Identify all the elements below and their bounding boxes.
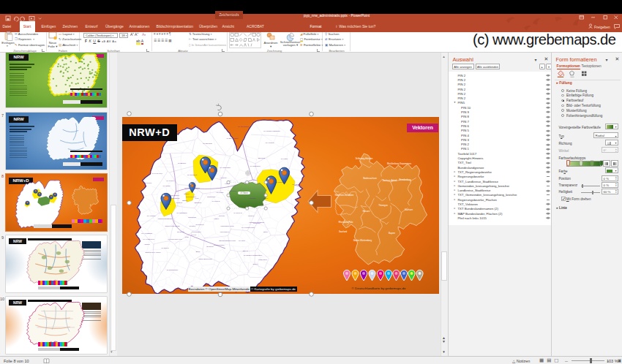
svg-text:Sachsen: Sachsen: [405, 208, 413, 211]
svg-text:Baden-Württemberg: Baden-Württemberg: [353, 239, 372, 242]
svg-text:Thüringen: Thüringen: [378, 204, 388, 207]
svg-text:Hessen: Hessen: [362, 210, 370, 213]
svg-text:Nordrhein-Westfalen: Nordrhein-Westfalen: [334, 194, 353, 197]
svg-text:Saarland: Saarland: [338, 230, 347, 233]
svg-text:Bayern: Bayern: [389, 232, 395, 235]
svg-text:Sachsen-Anhalt: Sachsen-Anhalt: [382, 179, 397, 182]
svg-text:Brandenburg: Brandenburg: [399, 178, 411, 181]
svg-text:Niedersachsen: Niedersachsen: [363, 177, 377, 180]
svg-text:Mecklenburg-Vorpommern: Mecklenburg-Vorpommern: [387, 162, 411, 165]
svg-text:Schleswig-Holstein: Schleswig-Holstein: [355, 157, 372, 160]
svg-text:Rheinland-Pfalz: Rheinland-Pfalz: [338, 221, 353, 224]
